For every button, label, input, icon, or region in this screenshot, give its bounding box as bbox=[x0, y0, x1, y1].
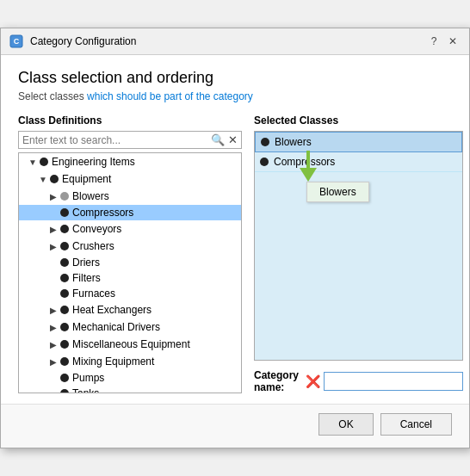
search-bar: 🔍 ✕ bbox=[18, 131, 242, 149]
label-mixing-equipment: Mixing Equipment bbox=[72, 355, 154, 368]
dot-blowers bbox=[60, 192, 69, 201]
dot-misc-equipment bbox=[60, 340, 69, 349]
class-definitions-label: Class Definitions bbox=[18, 114, 242, 127]
label-mechanical-drivers: Mechanical Drivers bbox=[72, 321, 160, 333]
svg-marker-3 bbox=[300, 168, 317, 182]
clear-search-icon[interactable]: ✕ bbox=[228, 133, 238, 146]
tree-item-mechanical-drivers[interactable]: ▶ Mechanical Drivers bbox=[19, 318, 241, 336]
tree-item-pumps[interactable]: Pumps bbox=[19, 370, 241, 386]
label-crushers: Crushers bbox=[72, 240, 114, 252]
selected-item-compressors[interactable]: Compressors bbox=[255, 152, 462, 172]
dialog-subtext: Select classes which should be part of t… bbox=[18, 90, 452, 102]
category-name-label: Category name: bbox=[254, 369, 299, 393]
two-columns-layout: Class Definitions 🔍 ✕ ▼ Engineering Item… bbox=[18, 114, 452, 393]
expand-blowers[interactable]: ▶ bbox=[46, 189, 60, 203]
label-furnaces: Furnaces bbox=[72, 287, 115, 300]
cancel-button[interactable]: Cancel bbox=[380, 413, 452, 436]
selected-item-blowers[interactable]: Blowers bbox=[255, 132, 462, 152]
label-driers: Driers bbox=[72, 257, 100, 269]
label-heat-exchangers: Heat Exchangers bbox=[72, 304, 152, 316]
label-conveyors: Conveyors bbox=[72, 223, 121, 235]
tree-item-blowers[interactable]: ▶ Blowers bbox=[19, 188, 241, 205]
tree-item-crushers[interactable]: ▶ Crushers bbox=[19, 238, 241, 255]
subtext-plain: Select classes bbox=[18, 90, 87, 102]
tree-item-furnaces[interactable]: Furnaces bbox=[19, 286, 241, 301]
dot-driers bbox=[60, 258, 69, 267]
tooltip-blowers: Blowers bbox=[306, 182, 369, 202]
dot-mechanical-drivers bbox=[60, 323, 69, 331]
title-bar-text: Category Configuration bbox=[30, 35, 419, 47]
dot-selected-blowers bbox=[261, 138, 269, 146]
expand-equipment[interactable]: ▼ bbox=[36, 172, 50, 186]
svg-text:C: C bbox=[14, 37, 20, 46]
left-panel: Class Definitions 🔍 ✕ ▼ Engineering Item… bbox=[18, 114, 242, 393]
dot-equipment bbox=[50, 175, 59, 183]
tree-item-engineering-items[interactable]: ▼ Engineering Items bbox=[19, 153, 241, 170]
expand-mechanical-drivers[interactable]: ▶ bbox=[46, 320, 60, 334]
class-tree[interactable]: ▼ Engineering Items ▼ Equipment ▶ B bbox=[18, 152, 242, 393]
dot-selected-compressors bbox=[260, 158, 269, 166]
title-bar-controls: ? ✕ bbox=[426, 34, 461, 49]
close-button[interactable]: ✕ bbox=[445, 34, 461, 49]
label-tanks: Tanks bbox=[72, 387, 99, 393]
dialog-heading: Class selection and ordering bbox=[18, 69, 452, 87]
error-icon: ❌ bbox=[306, 374, 320, 388]
dot-pumps bbox=[60, 374, 69, 382]
app-icon: C bbox=[9, 34, 23, 48]
tree-item-driers[interactable]: Driers bbox=[19, 255, 241, 270]
label-misc-equipment: Miscellaneous Equipment bbox=[72, 338, 190, 350]
tree-item-misc-equipment[interactable]: ▶ Miscellaneous Equipment bbox=[19, 336, 241, 353]
expand-heat-exchangers[interactable]: ▶ bbox=[46, 303, 60, 317]
tree-item-equipment[interactable]: ▼ Equipment bbox=[19, 170, 241, 188]
dot-filters bbox=[60, 274, 69, 282]
dot-mixing-equipment bbox=[60, 357, 69, 366]
tree-item-tanks[interactable]: Tanks bbox=[19, 386, 241, 393]
dot-compressors bbox=[60, 208, 69, 217]
label-equipment: Equipment bbox=[62, 173, 111, 185]
dot-engineering-items bbox=[40, 158, 48, 166]
label-pumps: Pumps bbox=[72, 372, 104, 384]
expand-engineering-items[interactable]: ▼ bbox=[26, 155, 40, 169]
right-panel: Selected Classes Blowers Compressors bbox=[254, 114, 463, 393]
selected-classes-label: Selected Classes bbox=[254, 114, 463, 127]
tree-item-conveyors[interactable]: ▶ Conveyors bbox=[19, 220, 241, 238]
move-down-arrow bbox=[298, 151, 318, 185]
category-input-wrap: ❌ bbox=[306, 372, 463, 391]
help-button[interactable]: ? bbox=[426, 34, 442, 49]
tooltip-text: Blowers bbox=[319, 186, 356, 198]
label-compressors: Compressors bbox=[72, 207, 133, 219]
dot-crushers bbox=[60, 242, 69, 250]
expand-misc-equipment[interactable]: ▶ bbox=[46, 337, 60, 351]
label-blowers: Blowers bbox=[72, 190, 109, 202]
selected-classes-box[interactable]: Blowers Compressors bbox=[254, 131, 463, 361]
dialog-body: Class selection and ordering Select clas… bbox=[1, 55, 469, 404]
ok-button[interactable]: OK bbox=[318, 413, 373, 436]
tree-item-mixing-equipment[interactable]: ▶ Mixing Equipment bbox=[19, 353, 241, 370]
category-name-input[interactable] bbox=[324, 372, 463, 391]
dot-tanks bbox=[60, 389, 69, 393]
label-selected-blowers: Blowers bbox=[275, 136, 312, 148]
dot-conveyors bbox=[60, 225, 69, 233]
label-filters: Filters bbox=[72, 272, 101, 284]
label-engineering-items: Engineering Items bbox=[52, 156, 135, 168]
tree-item-heat-exchangers[interactable]: ▶ Heat Exchangers bbox=[19, 301, 241, 318]
title-bar: C Category Configuration ? ✕ bbox=[1, 28, 469, 55]
search-icon[interactable]: 🔍 bbox=[211, 133, 225, 146]
tree-item-compressors[interactable]: Compressors bbox=[19, 205, 241, 220]
expand-conveyors[interactable]: ▶ bbox=[46, 222, 60, 236]
search-input[interactable] bbox=[22, 134, 207, 146]
expand-crushers[interactable]: ▶ bbox=[46, 239, 60, 253]
dialog-footer: OK Cancel bbox=[1, 404, 469, 448]
subtext-link[interactable]: which should be part of the category bbox=[87, 90, 253, 102]
expand-mixing-equipment[interactable]: ▶ bbox=[46, 355, 60, 368]
category-name-row: Category name: ❌ bbox=[254, 369, 463, 393]
dot-furnaces bbox=[60, 289, 69, 298]
category-configuration-dialog: C Category Configuration ? ✕ Class selec… bbox=[0, 28, 470, 448]
tree-item-filters[interactable]: Filters bbox=[19, 270, 241, 286]
dot-heat-exchangers bbox=[60, 306, 69, 314]
